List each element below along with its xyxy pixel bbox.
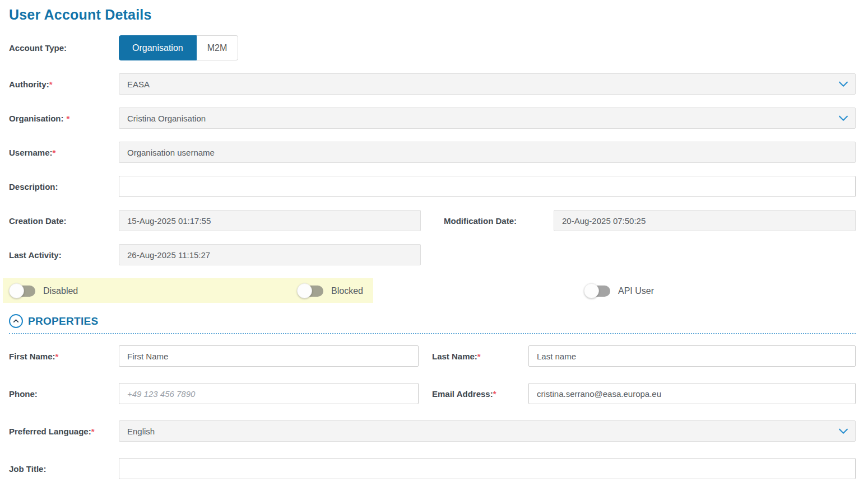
modification-date-input[interactable] <box>554 210 856 231</box>
chevron-down-icon <box>837 425 850 437</box>
description-label: Description: <box>9 182 119 191</box>
page-title: User Account Details <box>9 7 856 23</box>
creation-date-input[interactable] <box>119 210 421 231</box>
chevron-down-icon <box>837 78 850 90</box>
chevron-up-icon <box>12 317 20 325</box>
authority-row: Authority:* EASA <box>9 73 856 95</box>
properties-section-title: PROPERTIES <box>28 315 98 327</box>
authority-select[interactable]: EASA <box>119 73 856 95</box>
required-asterisk: * <box>53 148 56 157</box>
contact-row: Phone: Email Address:* <box>9 383 856 404</box>
disabled-toggle-group: Disabled <box>9 283 78 298</box>
disabled-toggle-label: Disabled <box>43 286 78 296</box>
blocked-toggle[interactable] <box>297 283 324 298</box>
last-activity-input[interactable] <box>119 244 421 265</box>
toggle-knob <box>584 283 599 298</box>
preferred-language-label: Preferred Language:* <box>9 427 119 436</box>
username-label: Username:* <box>9 148 119 157</box>
authority-value: EASA <box>127 79 150 89</box>
api-user-toggle[interactable] <box>584 283 611 298</box>
job-title-label: Job Title: <box>9 464 119 474</box>
description-row: Description: <box>9 176 856 197</box>
last-name-label: Last Name:* <box>419 352 528 361</box>
blocked-toggle-label: Blocked <box>331 286 363 296</box>
preferred-language-value: English <box>127 427 155 436</box>
username-row: Username:* <box>9 142 856 163</box>
email-address-label: Email Address:* <box>419 389 528 399</box>
organisation-select[interactable]: Cristina Organisation <box>119 107 856 129</box>
username-input[interactable] <box>119 142 856 163</box>
preferred-language-select[interactable]: English <box>119 420 856 442</box>
status-toggles-row: Disabled Blocked API User <box>9 278 856 304</box>
toggle-knob <box>297 283 312 298</box>
toggle-knob <box>9 283 24 298</box>
required-asterisk: * <box>67 114 70 123</box>
required-asterisk: * <box>493 389 496 399</box>
job-title-input[interactable] <box>119 458 856 479</box>
description-input[interactable] <box>119 176 856 197</box>
phone-input[interactable] <box>119 383 419 404</box>
api-user-toggle-group: API User <box>584 283 654 298</box>
preferred-language-row: Preferred Language:* English <box>9 420 856 442</box>
organisation-value: Cristina Organisation <box>127 114 206 123</box>
organisation-label: Organisation:* <box>9 114 119 123</box>
creation-date-label: Creation Date: <box>9 216 119 226</box>
disabled-toggle[interactable] <box>9 283 36 298</box>
user-account-details-page: User Account Details Account Type: Organ… <box>0 0 868 479</box>
required-asterisk: * <box>91 427 95 436</box>
organisation-row: Organisation:* Cristina Organisation <box>9 107 856 129</box>
first-name-label: First Name:* <box>9 352 119 361</box>
chevron-down-icon <box>837 112 850 124</box>
authority-label: Authority:* <box>9 79 119 89</box>
first-name-input[interactable] <box>119 345 419 367</box>
modification-date-label: Modification Date: <box>421 216 554 226</box>
last-activity-row: Last Activity: <box>9 244 856 265</box>
job-title-row: Job Title: <box>9 458 856 479</box>
collapse-section-button[interactable] <box>9 314 23 328</box>
account-type-segmented-control: Organisation M2M <box>119 35 238 60</box>
account-type-m2m-button[interactable]: M2M <box>197 35 239 60</box>
api-user-toggle-label: API User <box>618 286 654 296</box>
account-type-label: Account Type: <box>9 43 119 53</box>
required-asterisk: * <box>477 352 481 361</box>
email-address-input[interactable] <box>528 383 856 404</box>
required-asterisk: * <box>55 352 59 361</box>
name-row: First Name:* Last Name:* <box>9 345 856 367</box>
last-activity-label: Last Activity: <box>9 250 119 260</box>
blocked-toggle-group: Blocked <box>297 283 363 298</box>
account-type-row: Account Type: Organisation M2M <box>9 35 856 60</box>
dates-row: Creation Date: Modification Date: <box>9 210 856 231</box>
required-asterisk: * <box>49 79 53 89</box>
last-name-input[interactable] <box>528 345 856 367</box>
phone-label: Phone: <box>9 389 119 399</box>
account-type-organisation-button[interactable]: Organisation <box>119 35 197 60</box>
properties-section-header: PROPERTIES <box>9 314 856 334</box>
